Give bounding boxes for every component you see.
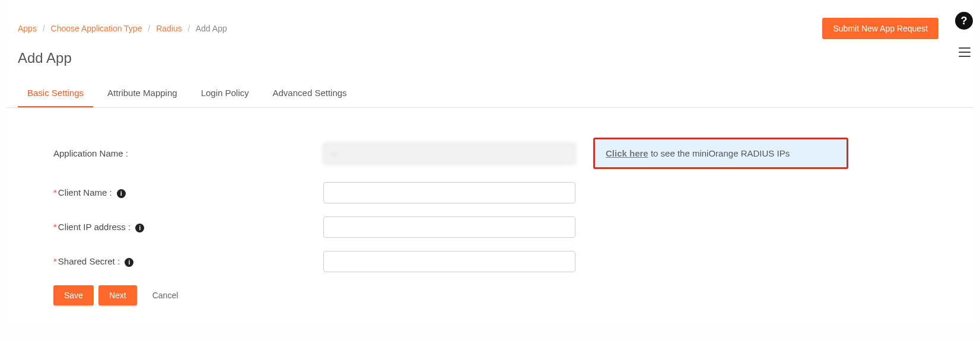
radius-ips-info-box: Click here to see the miniOrange RADIUS … (593, 138, 848, 169)
next-button[interactable]: Next (98, 285, 137, 305)
breadcrumb-apps[interactable]: Apps (18, 24, 37, 33)
tabs: Basic Settings Attribute Mapping Login P… (6, 79, 974, 108)
help-icon[interactable]: ? (955, 12, 973, 30)
client-name-input[interactable] (323, 182, 575, 203)
client-ip-label: Client IP address : (58, 222, 131, 232)
breadcrumb-sep: / (184, 24, 194, 33)
click-here-link[interactable]: Click here (606, 148, 648, 158)
breadcrumb-sep: / (39, 24, 49, 33)
info-icon[interactable]: i (125, 258, 133, 267)
shared-secret-input[interactable] (323, 251, 575, 272)
required-marker: * (53, 222, 57, 232)
tab-attribute-mapping[interactable]: Attribute Mapping (98, 79, 187, 107)
application-name-input (323, 143, 575, 164)
required-marker: * (53, 256, 57, 266)
required-marker: * (53, 187, 57, 197)
info-box-text: to see the miniOrange RADIUS IPs (648, 148, 790, 158)
breadcrumb-choose-type[interactable]: Choose Application Type (51, 24, 142, 33)
tab-basic-settings[interactable]: Basic Settings (18, 79, 93, 107)
hamburger-menu-icon[interactable] (956, 44, 973, 60)
page-title: Add App (6, 39, 974, 79)
breadcrumb-current: Add App (196, 24, 227, 33)
shared-secret-label: Shared Secret : (58, 256, 120, 266)
breadcrumb-radius[interactable]: Radius (156, 24, 182, 33)
cancel-button[interactable]: Cancel (142, 285, 189, 305)
breadcrumb: Apps / Choose Application Type / Radius … (18, 24, 227, 33)
info-icon[interactable]: i (117, 189, 126, 198)
tab-login-policy[interactable]: Login Policy (192, 79, 259, 107)
client-ip-input[interactable] (323, 216, 575, 238)
save-button[interactable]: Save (53, 285, 94, 305)
tab-advanced-settings[interactable]: Advanced Settings (263, 79, 357, 107)
info-icon[interactable]: i (135, 224, 144, 232)
breadcrumb-sep: / (144, 24, 154, 33)
form: Application Name : Click here to see the… (6, 108, 974, 323)
submit-new-app-request-button[interactable]: Submit New App Request (822, 18, 938, 39)
main-panel: Apps / Choose Application Type / Radius … (6, 0, 974, 323)
client-name-label: Client Name : (58, 187, 112, 197)
application-name-label: Application Name : (53, 148, 323, 158)
